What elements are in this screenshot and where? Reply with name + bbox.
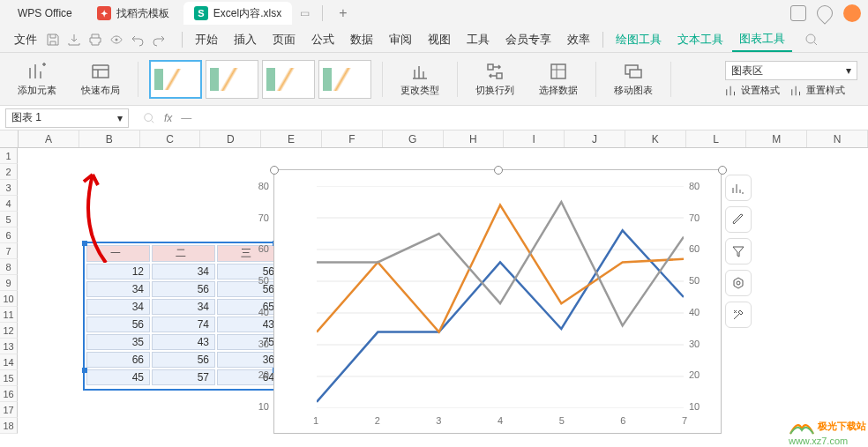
col-header[interactable]: A [19, 130, 79, 147]
quick-layout-button[interactable]: 快速布局 [74, 59, 127, 99]
col-header[interactable]: F [322, 130, 383, 147]
chart-handle[interactable] [270, 166, 279, 175]
add-element-icon [26, 61, 48, 82]
menu-page[interactable]: 页面 [266, 28, 303, 51]
file-menu[interactable]: 文件 [7, 28, 44, 51]
quick-access-toolbar [46, 33, 166, 47]
col-header[interactable]: C [140, 130, 201, 147]
col-header[interactable]: B [79, 130, 140, 147]
label: 重置样式 [806, 84, 845, 97]
menu-start[interactable]: 开始 [188, 28, 225, 51]
divider [595, 62, 596, 97]
fx-icon[interactable]: fx [164, 112, 172, 124]
redo-icon[interactable] [152, 33, 166, 47]
reset-style-button[interactable]: 重置样式 [790, 84, 845, 97]
menu-text-tools[interactable]: 文本工具 [670, 28, 730, 51]
row-header[interactable]: 16 [0, 386, 18, 402]
table-header-cell: 二 [152, 245, 215, 262]
row-header[interactable]: 9 [0, 275, 18, 291]
search-icon[interactable] [804, 33, 819, 47]
style-thumb[interactable] [206, 60, 258, 99]
col-header[interactable]: M [746, 130, 807, 147]
row-header[interactable]: 15 [0, 370, 18, 386]
name-box[interactable]: 图表 1 ▾ [5, 108, 129, 128]
menu-member[interactable]: 会员专享 [498, 28, 558, 51]
preview-icon[interactable] [109, 33, 123, 47]
col-header[interactable]: H [444, 130, 505, 147]
change-type-button[interactable]: 更改类型 [393, 59, 446, 99]
menu-tools[interactable]: 工具 [460, 28, 497, 51]
col-header[interactable]: E [261, 130, 322, 147]
template-tab[interactable]: ✦ 找稻壳模板 [86, 2, 180, 25]
y-tick-label: 30 [689, 339, 700, 349]
col-header[interactable]: J [565, 130, 625, 147]
row-header[interactable]: 13 [0, 339, 18, 354]
select-all-corner[interactable] [0, 130, 19, 147]
select-data-button[interactable]: 选择数据 [532, 59, 585, 99]
menu-draw-tools[interactable]: 绘图工具 [609, 28, 669, 51]
menu-formula[interactable]: 公式 [304, 28, 341, 51]
chart-filter-button[interactable] [725, 238, 752, 264]
col-header[interactable]: I [504, 130, 565, 147]
chart-elements-button[interactable] [725, 175, 752, 201]
box-icon[interactable] [813, 2, 835, 24]
row-header[interactable]: 10 [0, 291, 18, 307]
chart-handle[interactable] [718, 166, 727, 175]
row-header[interactable]: 3 [0, 180, 18, 196]
row-header[interactable]: 4 [0, 196, 18, 212]
style-thumb[interactable] [149, 60, 202, 99]
row-header[interactable]: 14 [0, 354, 18, 370]
menu-efficiency[interactable]: 效率 [560, 28, 597, 51]
export-icon[interactable] [67, 33, 81, 47]
save-icon[interactable] [46, 33, 60, 47]
row-header[interactable]: 1 [0, 148, 18, 164]
row-header[interactable]: 2 [0, 164, 18, 180]
style-thumb[interactable] [262, 60, 315, 99]
chart-object[interactable]: 101020203030404050506060707080801234567 [273, 169, 722, 434]
col-header[interactable]: L [686, 130, 747, 147]
chart-handle[interactable] [494, 166, 503, 175]
chart-styles-button[interactable] [725, 206, 752, 233]
col-header[interactable]: K [625, 130, 686, 147]
row-header[interactable]: 7 [0, 243, 18, 259]
sheet[interactable]: ABCDEFGHIJKLMN 1234567891011121314151617… [0, 130, 868, 447]
screenshot-icon[interactable] [790, 5, 806, 21]
row-header[interactable]: 12 [0, 323, 18, 339]
col-header[interactable]: N [807, 130, 868, 147]
tab-menu-icon[interactable]: ▭ [296, 7, 313, 19]
tab-label: 找稻壳模板 [116, 6, 169, 21]
zoom-icon[interactable] [143, 112, 155, 124]
table-cell: 56 [152, 281, 215, 297]
row-header[interactable]: 11 [0, 307, 18, 323]
row-header[interactable]: 17 [0, 402, 18, 418]
divider [322, 5, 323, 21]
avatar[interactable] [843, 4, 861, 22]
row-header[interactable]: 8 [0, 259, 18, 275]
col-header[interactable]: G [383, 130, 444, 147]
new-tab-button[interactable]: + [332, 5, 354, 21]
switch-rowcol-button[interactable]: 切换行列 [468, 59, 521, 99]
chart-tools-button[interactable] [725, 302, 752, 328]
menu-data[interactable]: 数据 [343, 28, 380, 51]
row-header[interactable]: 6 [0, 227, 18, 243]
app-tab[interactable]: WPS Office [7, 2, 83, 25]
menu-chart-tools[interactable]: 图表工具 [732, 27, 792, 52]
style-thumb[interactable] [318, 60, 371, 99]
col-header[interactable]: D [200, 130, 261, 147]
plot-area[interactable] [317, 186, 684, 408]
chart-area-combo[interactable]: 图表区 ▾ [725, 61, 857, 80]
menu-view[interactable]: 视图 [421, 28, 458, 51]
menu-insert[interactable]: 插入 [227, 28, 264, 51]
file-tab[interactable]: S Excel内容.xlsx [183, 2, 292, 25]
undo-icon[interactable] [131, 33, 145, 47]
menu-review[interactable]: 审阅 [382, 28, 419, 51]
table-cell: 66 [86, 352, 150, 368]
row-header[interactable]: 5 [0, 212, 18, 227]
label: 选择数据 [539, 84, 578, 97]
print-icon[interactable] [88, 33, 102, 47]
set-format-button[interactable]: 设置格式 [725, 84, 780, 97]
chart-settings-button[interactable] [725, 270, 752, 296]
move-chart-button[interactable]: 移动图表 [607, 59, 660, 99]
add-element-button[interactable]: 添加元素 [11, 59, 64, 99]
row-header[interactable]: 18 [0, 418, 18, 434]
